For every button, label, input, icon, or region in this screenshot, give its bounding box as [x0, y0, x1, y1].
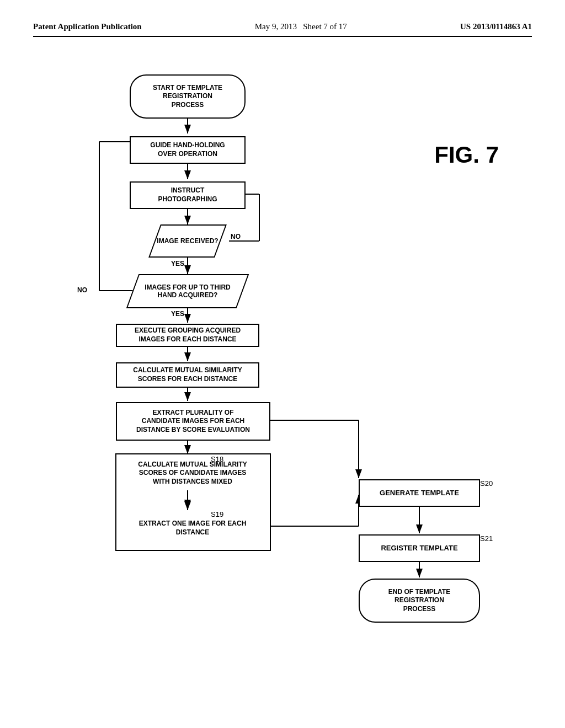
- s21-text: REGISTER TEMPLATE: [381, 544, 457, 553]
- s11-text: GUIDE HAND-HOLDING OVER OPERATION: [150, 141, 225, 158]
- end-label: END OF TEMPLATE REGISTRATION PROCESS: [388, 588, 450, 614]
- header: Patent Application Publication May 9, 20…: [33, 22, 532, 37]
- s21-label: S21: [480, 534, 493, 543]
- s16-node: CALCULATE MUTUAL SIMILARITY SCORES FOR E…: [116, 362, 259, 388]
- diagram-area: FIG. 7: [33, 53, 532, 693]
- s16-text: CALCULATE MUTUAL SIMILARITY SCORES FOR E…: [133, 366, 242, 383]
- s17-text: EXTRACT PLURALITY OF CANDIDATE IMAGES FO…: [136, 409, 250, 435]
- s13-yes-label: YES: [171, 260, 184, 267]
- s14-node: IMAGES FOR UP TO THIRD HAND ACQUIRED?: [121, 273, 254, 309]
- s20-label: S20: [480, 479, 493, 488]
- s18-text: CALCULATE MUTUAL SIMILARITY SCORES OF CA…: [138, 461, 247, 486]
- s15-node: EXECUTE GROUPING ACQUIRED IMAGES FOR EAC…: [116, 324, 259, 347]
- s12-node: INSTRUCT PHOTOGRAPHING: [130, 181, 246, 209]
- s17-node: EXTRACT PLURALITY OF CANDIDATE IMAGES FO…: [116, 402, 270, 441]
- s21-node: REGISTER TEMPLATE: [359, 534, 480, 562]
- s14-yes-label: YES: [171, 310, 184, 318]
- s13-node: IMAGE RECEIVED?: [141, 223, 234, 259]
- s19-text: EXTRACT ONE IMAGE FOR EACH DISTANCE: [139, 520, 247, 537]
- fig-label: FIG. 7: [434, 142, 499, 168]
- s19-node: EXTRACT ONE IMAGE FOR EACH DISTANCE: [120, 510, 265, 546]
- end-node: END OF TEMPLATE REGISTRATION PROCESS: [359, 579, 480, 623]
- header-patent-number: US 2013/0114863 A1: [460, 22, 532, 31]
- s20-node: GENERATE TEMPLATE: [359, 479, 480, 507]
- s12-text: INSTRUCT PHOTOGRAPHING: [158, 186, 217, 204]
- s18-node: CALCULATE MUTUAL SIMILARITY SCORES OF CA…: [120, 456, 265, 490]
- s14-no-label: NO: [77, 286, 87, 294]
- s13-no-label: NO: [231, 233, 241, 240]
- header-date-sheet: May 9, 2013 Sheet 7 of 17: [255, 22, 347, 31]
- header-publication: Patent Application Publication: [33, 22, 142, 31]
- start-node: START OF TEMPLATE REGISTRATION PROCESS: [130, 74, 246, 119]
- s11-node: GUIDE HAND-HOLDING OVER OPERATION: [130, 136, 246, 164]
- start-label: START OF TEMPLATE REGISTRATION PROCESS: [153, 84, 222, 110]
- s20-text: GENERATE TEMPLATE: [380, 489, 459, 498]
- s15-text: EXECUTE GROUPING ACQUIRED IMAGES FOR EAC…: [135, 326, 241, 344]
- page: Patent Application Publication May 9, 20…: [0, 0, 565, 728]
